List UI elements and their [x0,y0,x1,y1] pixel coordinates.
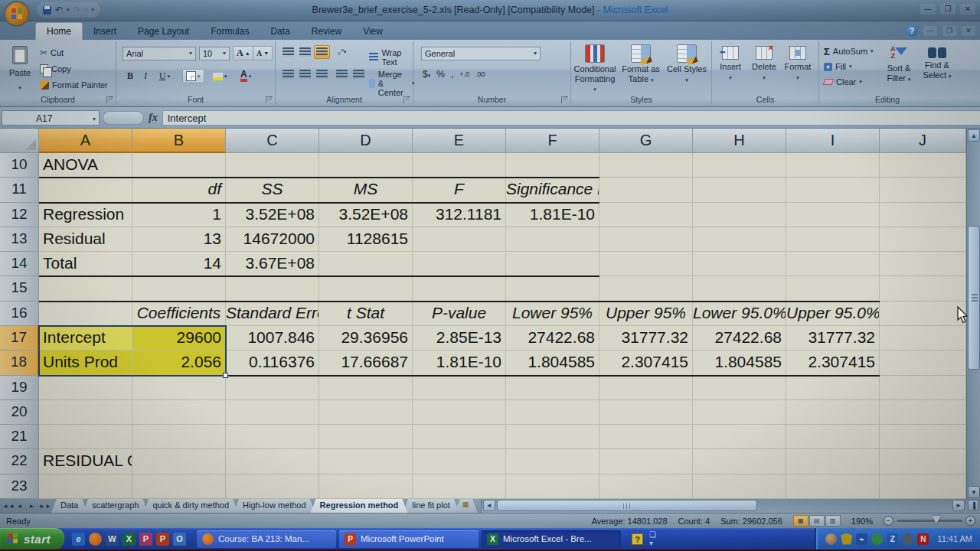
format-as-table-button[interactable]: Format as Table ▾ [619,44,663,83]
cell-E13[interactable] [413,227,506,252]
tab-data[interactable]: Data [260,23,300,40]
cell-D19[interactable] [319,376,413,400]
bottom-align-button[interactable] [314,45,330,59]
row-header-17[interactable]: 17 [0,326,39,350]
cell-B11[interactable]: df [132,178,226,202]
cell-E12[interactable]: 312.1181 [413,203,506,227]
cell-E22[interactable] [413,449,506,474]
cell-B19[interactable] [132,376,226,400]
wrap-text-button[interactable]: Wrap Text [369,48,413,67]
clear-button[interactable]: Clear▾ [824,76,862,88]
column-header-F[interactable]: F [506,129,599,153]
restore-button[interactable]: ❐ [940,4,956,15]
column-header-A[interactable]: A [39,129,132,153]
cell-I21[interactable] [786,425,880,449]
insert-worksheet-tab[interactable] [455,499,478,513]
cell-G20[interactable] [599,400,693,425]
cell-I16[interactable]: Upper 95.0% [786,302,880,326]
scroll-right-icon[interactable]: ► [952,500,965,511]
sheet-tab-quick-dirty-method[interactable]: quick & dirty method [143,499,238,513]
cell-F23[interactable] [506,474,599,499]
column-header-B[interactable]: B [132,129,226,153]
row-header-11[interactable]: 11 [0,178,39,202]
cell-H18[interactable]: 1.804585 [693,350,786,375]
tab-home[interactable]: Home [35,22,83,40]
cell-B12[interactable]: 1 [132,203,226,227]
cell-A22[interactable]: RESIDUAL OUTPUT [39,449,132,474]
alignment-dialog-launcher-icon[interactable] [403,96,410,103]
cell-E18[interactable]: 1.81E-10 [413,350,506,375]
number-format-select[interactable]: General▾ [421,47,541,60]
row-header-23[interactable]: 23 [0,474,39,499]
cell-H12[interactable] [693,203,786,227]
number-dialog-launcher-icon[interactable] [561,96,568,103]
cell-I15[interactable] [786,276,880,301]
column-header-G[interactable]: G [599,129,693,153]
scroll-left-icon[interactable]: ◄ [483,500,495,511]
cell-D15[interactable] [319,276,413,301]
fill-button[interactable]: ▾Fill▾ [824,60,852,73]
cell-D11[interactable]: MS [319,178,413,202]
cell-J11[interactable] [880,178,966,202]
percent-style-button[interactable]: % [436,69,445,80]
zoom-slider[interactable]: − + [884,516,975,526]
column-header-D[interactable]: D [319,129,413,153]
tray-shield-icon[interactable] [841,533,852,545]
row-header-21[interactable]: 21 [0,425,39,449]
cell-C18[interactable]: 0.116376 [226,350,319,375]
name-box-dropdown-icon[interactable]: ▾ [93,116,96,122]
cell-I19[interactable] [786,376,880,400]
cell-D10[interactable] [319,153,413,178]
cell-H15[interactable] [693,276,786,301]
tray-question-icon[interactable]: ? [632,533,643,545]
help-icon[interactable]: ? [906,24,918,37]
row-header-19[interactable]: 19 [0,376,39,400]
cell-H23[interactable] [693,474,786,499]
powerpoint-icon[interactable]: P [156,533,169,546]
column-header-E[interactable]: E [413,129,506,153]
cell-H19[interactable] [693,376,786,400]
sheet-tab-line-fit-plot[interactable]: line fit plot [403,499,459,513]
zoom-in-icon[interactable]: + [965,516,975,526]
cell-D14[interactable] [319,252,413,276]
cell-D12[interactable]: 3.52E+08 [319,203,413,227]
cell-C13[interactable]: 14672000 [226,227,319,252]
tray-wrench-icon[interactable]: ⌁ [856,533,867,545]
cell-I11[interactable] [786,178,880,202]
cell-I10[interactable] [786,153,880,178]
workbook-restore-button[interactable]: ❐ [942,26,956,36]
cell-A12[interactable]: Regression [39,203,132,227]
cell-J13[interactable] [880,227,966,252]
row-header-10[interactable]: 10 [0,153,39,178]
font-dialog-launcher-icon[interactable] [266,96,273,103]
zoom-level[interactable]: 190% [851,517,873,526]
scroll-up-icon[interactable]: ▲ [968,129,980,142]
cell-J20[interactable] [880,400,966,425]
cell-styles-button[interactable]: Cell Styles ▾ [665,44,709,83]
cell-B23[interactable] [132,474,226,499]
column-header-J[interactable]: J [880,129,966,153]
select-all-corner[interactable] [0,129,39,153]
increase-decimal-button[interactable]: +.0 [459,70,469,78]
tab-formulas[interactable]: Formulas [200,23,260,40]
cell-J19[interactable] [880,376,966,400]
workbook-minimize-button[interactable]: — [923,26,937,36]
cell-F22[interactable] [506,449,599,474]
cell-G12[interactable] [599,203,693,227]
formula-input[interactable]: Intercept [162,110,980,126]
cell-H16[interactable]: Lower 95.0% [693,302,786,326]
zoom-out-icon[interactable]: − [884,516,893,526]
cell-A20[interactable] [39,400,132,425]
cell-C19[interactable] [226,376,319,400]
cell-F10[interactable] [506,153,599,178]
tray-z-icon[interactable]: Z [887,533,898,545]
task-button-course-ba-213-man[interactable]: Course: BA 213: Man... [197,530,336,548]
tray-n-icon[interactable]: N [917,533,929,545]
cell-C16[interactable]: Standard Error [226,302,319,326]
cell-H11[interactable] [693,178,786,202]
cell-J17[interactable] [880,326,966,350]
borders-button[interactable]: ▾ [182,69,204,83]
cell-J18[interactable] [880,350,966,375]
name-box[interactable]: A17▾ [2,110,100,126]
tray-volume-icon[interactable] [902,533,913,545]
